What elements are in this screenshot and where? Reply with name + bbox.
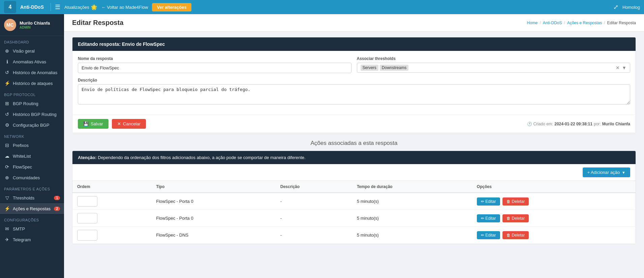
expand-icon[interactable]: ⤢ [613, 3, 618, 11]
table-row: ▲ ▼ FlowSpec - DNS - 5 minuto(s) ✏ Edita… [72, 227, 636, 244]
sidebar-item-comunidades[interactable]: ⊕ Comunidades [0, 172, 64, 183]
sidebar-item-flowspec[interactable]: ⟳ FlowSpec [0, 161, 64, 172]
delete-button[interactable]: 🗑 Deletar [502, 231, 529, 239]
sidebar-role: ADMIN [20, 26, 50, 29]
order-input[interactable] [78, 215, 97, 222]
topbar-right: ⤢ Homolog [613, 3, 640, 11]
order-spinner[interactable]: ▲ ▼ [77, 230, 97, 240]
form-actions: 💾 Salvar ✕ Cancelar 🕐 Criado em: 2024-01… [72, 115, 636, 133]
thresholds-select[interactable]: Servers Downstreams ✕ ▼ [357, 63, 631, 73]
edit-button[interactable]: ✏ Editar [477, 214, 500, 222]
tag-servers: Servers [361, 65, 378, 71]
table-row: ▲ ▼ FlowSpec - Porta 0 - 5 minuto(s) ✏ E… [72, 193, 636, 210]
breadcrumb-sep3: / [604, 21, 605, 25]
order-spinner[interactable]: ▲ ▼ [77, 196, 97, 207]
thresholds-icon: ▽ [4, 195, 10, 200]
add-action-button[interactable]: + Adicionar ação ▼ [583, 167, 630, 177]
sidebar: MC Murilo Chianfa ADMIN Dashboard ⊕ Visã… [0, 14, 64, 278]
breadcrumb-acoes-respostas[interactable]: Ações e Respostas [567, 21, 602, 25]
col-duracao: Tempo de duração [352, 181, 472, 193]
actions-card: Atenção: Dependendo da ordenação dos fil… [72, 151, 636, 244]
description-input[interactable]: Envio de políticas de FlowSpec para bloq… [78, 84, 630, 104]
cancel-button[interactable]: ✕ Cancelar [112, 119, 146, 129]
page-title: Editar Resposta [72, 19, 123, 27]
section-label-network: Network [0, 130, 64, 140]
cell-duracao: 5 minuto(s) [352, 227, 472, 244]
sidebar-item-bgp-routing[interactable]: ⊞ BGP Routing [0, 98, 64, 109]
cell-tipo: FlowSpec - Porta 0 [151, 210, 276, 227]
topbar-user[interactable]: Homolog [622, 5, 640, 10]
sidebar-item-acoes-respostas[interactable]: ⚡ Ações e Respostas 2 [0, 203, 64, 214]
sidebar-item-historico-anomalias[interactable]: ↺ Histórico de Anomalias [0, 67, 64, 78]
sidebar-user: MC Murilo Chianfa ADMIN [0, 14, 64, 36]
actions-toolbar: + Adicionar ação ▼ [72, 164, 636, 181]
sidebar-item-label: Anomalias Ativas [13, 59, 46, 64]
cell-duracao: 5 minuto(s) [352, 193, 472, 210]
cell-descricao: - [276, 193, 352, 210]
sidebar-item-smtp[interactable]: ✉ SMTP [0, 223, 64, 234]
cell-descricao: - [276, 210, 352, 227]
save-icon: 💾 [83, 121, 89, 126]
cell-opcoes: ✏ Editar 🗑 Deletar [472, 227, 636, 244]
delete-button[interactable]: 🗑 Deletar [502, 214, 529, 222]
edit-button[interactable]: ✏ Editar [477, 231, 500, 239]
menu-icon[interactable]: ☰ [55, 3, 60, 11]
form-row-2: Descrição Envio de políticas de FlowSpec… [78, 78, 630, 104]
sidebar-item-label: SMTP [13, 226, 25, 231]
sidebar-item-prefixos[interactable]: ⊟ Prefixos [0, 140, 64, 151]
cell-order: ▲ ▼ [72, 227, 151, 244]
historico-ataques-icon: ⚡ [4, 81, 10, 86]
form-meta: 🕐 Criado em: 2024-01-22 09:38:11 por: Mu… [527, 122, 630, 126]
meta-datetime: 2024-01-22 09:38:11 [554, 122, 592, 126]
sidebar-item-label: BGP Routing [13, 101, 38, 106]
breadcrumb-antiddos[interactable]: Anti-DDoS [543, 21, 562, 25]
sidebar-item-label: Histórico de Anomalias [13, 70, 57, 75]
order-input[interactable] [78, 231, 97, 239]
breadcrumb-home[interactable]: Home [527, 21, 538, 25]
sidebar-item-label: Thresholds [13, 195, 34, 200]
meta-author: Murilo Chianfa [602, 122, 630, 126]
tag-downstreams: Downstreams [380, 65, 408, 71]
sidebar-item-label: Comunidades [13, 175, 40, 180]
bgp-routing-icon: ⊞ [4, 101, 10, 106]
cell-tipo: FlowSpec - Porta 0 [151, 193, 276, 210]
sidebar-item-historico-bgp[interactable]: ↺ Histórico BGP Routing [0, 109, 64, 120]
sidebar-item-telegram[interactable]: ✈ Telegram [0, 234, 64, 245]
back-link[interactable]: ← Voltar ao Made4Flow [101, 5, 148, 10]
table-row: ▲ ▼ FlowSpec - Porta 0 - 5 minuto(s) ✏ E… [72, 210, 636, 227]
order-spinner[interactable]: ▲ ▼ [77, 213, 97, 223]
sidebar-item-anomalias-ativas[interactable]: ℹ Anomalias Ativas [0, 56, 64, 67]
content-area: Editando resposta: Envio de FlowSpec Nom… [64, 32, 644, 278]
sidebar-item-label: Ações e Respostas [13, 206, 51, 211]
updates-link[interactable]: Atualizações 🌟 [64, 4, 97, 10]
select-clear-icon[interactable]: ✕ [616, 65, 620, 70]
flowspec-icon: ⟳ [4, 164, 10, 169]
sidebar-item-label: FlowSpec [13, 164, 32, 169]
delete-button[interactable]: 🗑 Deletar [502, 197, 529, 206]
form-card: Editando resposta: Envio de FlowSpec Nom… [72, 37, 636, 133]
changelog-button[interactable]: Ver alterações [152, 3, 191, 11]
cell-tipo: FlowSpec - DNS [151, 227, 276, 244]
sidebar-item-historico-ataques[interactable]: ⚡ Histórico de ataques [0, 78, 64, 89]
whitelist-icon: ☁ [4, 153, 10, 159]
app-logo: 4 [4, 1, 16, 13]
order-input[interactable] [78, 198, 97, 205]
acoes-badge: 2 [54, 207, 60, 211]
col-descricao: Descrição [276, 181, 352, 193]
sidebar-item-label: WhiteList [13, 154, 31, 159]
sidebar-item-whitelist[interactable]: ☁ WhiteList [0, 151, 64, 161]
save-button[interactable]: 💾 Salvar [78, 119, 109, 129]
name-input[interactable] [78, 63, 351, 73]
actions-table: Ordem Tipo Descrição Tempo de duração Op… [72, 181, 636, 244]
cell-opcoes: ✏ Editar 🗑 Deletar [472, 210, 636, 227]
form-card-header: Editando resposta: Envio de FlowSpec [72, 37, 636, 51]
form-body: Nome da resposta Associar thresholds Ser… [72, 51, 636, 115]
sidebar-item-thresholds[interactable]: ▽ Thresholds 1 [0, 192, 64, 203]
sidebar-item-configuracao-bgp[interactable]: ⚙ Configuração BGP [0, 120, 64, 130]
page-header: Editar Resposta Home / Anti-DDoS / Ações… [64, 14, 644, 32]
actions-section: Ações associadas a esta resposta Atenção… [72, 140, 636, 244]
sidebar-item-visao-geral[interactable]: ⊕ Visão geral [0, 45, 64, 56]
form-row-1: Nome da resposta Associar thresholds Ser… [78, 56, 630, 73]
edit-button[interactable]: ✏ Editar [477, 197, 500, 206]
app-name: Anti-DDoS [20, 4, 44, 10]
